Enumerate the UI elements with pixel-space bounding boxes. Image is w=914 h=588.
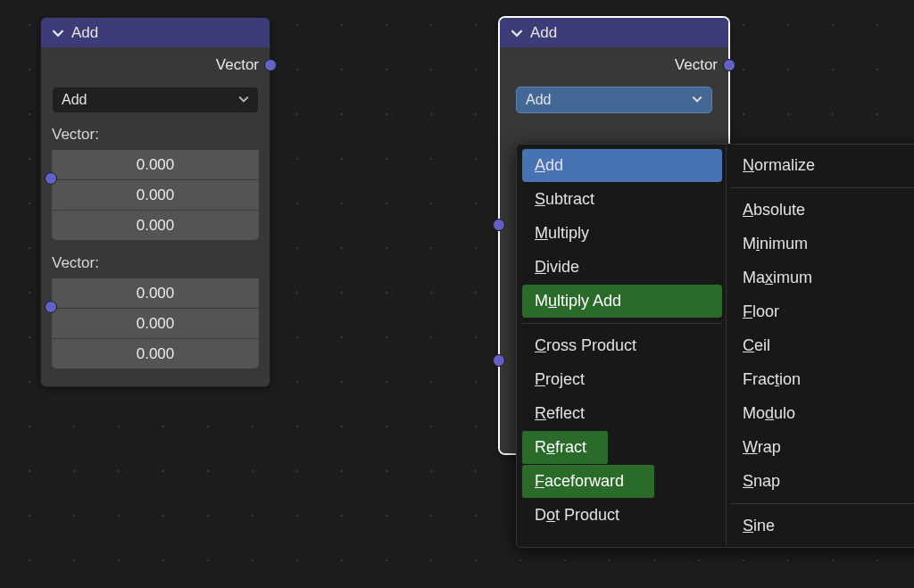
menu-item-multiply-add[interactable]: Multiply Add [522,285,722,318]
operation-menu[interactable]: AddSubtractMultiplyDivideMultiply AddCro… [516,144,914,548]
menu-separator [730,503,914,504]
input-socket-vector2[interactable] [493,354,505,367]
output-socket[interactable] [264,59,277,71]
chevron-down-icon [692,94,702,107]
menu-item-refract[interactable]: Refract [522,431,722,464]
output-row-vector: Vector [41,47,270,81]
menu-column-1: AddSubtractMultiplyDivideMultiply AddCro… [519,146,726,545]
menu-item-dot-product[interactable]: Dot Product [522,499,722,532]
vector2-x[interactable]: 0.000 [52,277,259,308]
menu-separator [522,323,722,324]
collapse-icon[interactable] [50,25,66,41]
vector-math-node-left[interactable]: Add Vector Add Vector: 0.000 0.000 0.000… [40,17,270,387]
output-label: Vector [216,56,259,74]
menu-item-reflect[interactable]: Reflect [522,397,722,430]
menu-item-normalize[interactable]: Normalize [730,149,914,182]
menu-item-add[interactable]: Add [522,149,722,182]
vector1-y[interactable]: 0.000 [52,179,259,210]
menu-item-ceil[interactable]: Ceil [730,329,914,362]
menu-item-absolute[interactable]: Absolute [730,194,914,227]
vector2-y[interactable]: 0.000 [52,308,259,338]
vector2-input-group: 0.000 0.000 0.000 [52,277,259,369]
menu-item-wrap[interactable]: Wrap [730,431,914,464]
node-title: Add [530,24,557,42]
menu-item-multiply[interactable]: Multiply [522,217,722,250]
menu-item-minimum[interactable]: Minimum [730,228,914,261]
input-label-vector2: Vector: [41,249,270,276]
vector1-z[interactable]: 0.000 [52,210,259,240]
operation-value: Add [526,92,551,108]
menu-item-divide[interactable]: Divide [522,251,722,284]
output-socket[interactable] [723,59,735,71]
menu-item-sine[interactable]: Sine [730,509,914,542]
vector1-x[interactable]: 0.000 [52,149,259,179]
menu-item-floor[interactable]: Floor [730,295,914,328]
node-title: Add [71,24,98,42]
menu-item-cross-product[interactable]: Cross Product [522,329,722,362]
menu-item-fraction[interactable]: Fraction [730,363,914,396]
node-body: Vector Add Vector: 0.000 0.000 0.000 Vec… [41,47,270,386]
input-socket-vector1[interactable] [45,172,57,185]
menu-column-2: NormalizeAbsoluteMinimumMaximumFloorCeil… [726,146,914,545]
operation-dropdown[interactable]: Add [52,87,259,113]
output-label: Vector [675,56,718,74]
menu-item-modulo[interactable]: Modulo [730,397,914,430]
menu-item-snap[interactable]: Snap [730,465,914,498]
output-row-vector: Vector [500,47,728,81]
menu-item-project[interactable]: Project [522,363,722,396]
vector2-z[interactable]: 0.000 [52,338,259,369]
operation-dropdown-open[interactable]: Add [516,87,712,113]
input-socket-vector1[interactable] [493,219,505,231]
vector1-input-group: 0.000 0.000 0.000 [52,149,259,240]
chevron-down-icon [238,94,249,107]
menu-separator [730,187,914,188]
menu-item-maximum[interactable]: Maximum [730,261,914,294]
menu-item-faceforward[interactable]: Faceforward [522,465,722,498]
node-header[interactable]: Add [500,18,728,47]
input-socket-vector2[interactable] [45,301,57,313]
collapse-icon[interactable] [509,25,525,41]
input-label-vector1: Vector: [41,120,270,147]
menu-item-subtract[interactable]: Subtract [522,183,722,216]
operation-value: Add [62,92,87,108]
node-header[interactable]: Add [41,18,270,47]
